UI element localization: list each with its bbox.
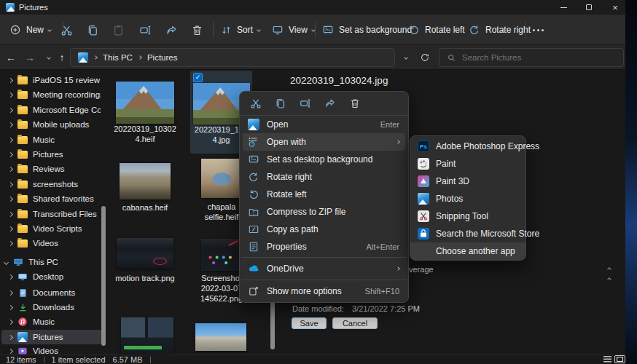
menu-item-copy-as-path[interactable]: Copy as path xyxy=(240,221,408,238)
breadcrumb-pictures[interactable]: Pictures xyxy=(147,53,178,62)
sidebar-item-documents[interactable]: Documents xyxy=(0,285,101,300)
paste-button[interactable] xyxy=(109,21,127,39)
copy-icon-button[interactable] xyxy=(272,95,289,112)
maximize-button[interactable] xyxy=(579,0,599,15)
expand-chevron-icon[interactable] xyxy=(8,290,13,295)
submenu-item-photos[interactable]: Photos xyxy=(410,190,525,207)
sidebar-item-screenshots[interactable]: screenshots xyxy=(0,177,101,191)
expand-chevron-icon[interactable] xyxy=(8,226,13,231)
menu-item-rotate-right[interactable]: Rotate right xyxy=(240,168,408,186)
expand-chevron-icon[interactable] xyxy=(8,334,13,339)
more-options-button[interactable] xyxy=(533,15,544,45)
sidebar-item-ipados[interactable]: iPadOS 15 review ben_fil xyxy=(0,73,101,87)
expand-chevron-icon[interactable] xyxy=(8,211,13,216)
submenu-item-photoshop-express[interactable]: Ps Adobe Photoshop Express xyxy=(410,138,525,155)
rotate-left-button[interactable]: Rotate left xyxy=(407,15,465,45)
menu-item-properties[interactable]: Properties Alt+Enter xyxy=(240,238,408,256)
cancel-button[interactable]: Cancel xyxy=(332,317,378,329)
expand-chevron-icon[interactable] xyxy=(8,151,13,157)
sidebar-item-shared-favorites[interactable]: Shared favorites xyxy=(0,191,101,206)
breadcrumb-this-pc[interactable]: This PC xyxy=(103,53,133,62)
minimize-button[interactable] xyxy=(553,0,574,15)
cut-button[interactable] xyxy=(58,21,75,39)
sidebar-item-transcribed-files[interactable]: Transcribed Files xyxy=(0,207,101,221)
expand-chevron-icon[interactable] xyxy=(8,348,13,353)
selection-checkbox[interactable]: ✓ xyxy=(193,73,203,82)
menu-item-open[interactable]: Open Enter xyxy=(240,116,408,133)
sidebar-item-mobile-uploads[interactable]: Mobile uploads xyxy=(0,117,101,132)
sidebar-item-pictures-folder[interactable]: Pictures xyxy=(0,147,101,162)
submenu-item-choose-another-app[interactable]: Choose another app xyxy=(410,242,525,260)
rotate-right-button[interactable]: Rotate right xyxy=(468,15,531,45)
expand-chevron-icon[interactable] xyxy=(8,107,13,112)
sort-button[interactable]: Sort xyxy=(219,15,260,45)
submenu-item-snipping-tool[interactable]: Snipping Tool xyxy=(410,207,525,225)
up-button[interactable]: ↑ xyxy=(52,45,71,70)
sidebar-item-meeting-recordings[interactable]: Meeting recordings xyxy=(0,87,101,102)
delete-icon-button[interactable] xyxy=(346,95,364,112)
menu-item-rotate-left[interactable]: Rotate left xyxy=(240,186,408,203)
section-chevron-icon[interactable] xyxy=(607,277,611,282)
file-tile-20220319-103024-heif[interactable]: 20220319_10302 4.heif xyxy=(114,82,176,144)
menu-item-onedrive[interactable]: OneDrive xyxy=(240,259,408,278)
expand-chevron-icon[interactable] xyxy=(8,240,13,245)
sidebar-item-music-folder[interactable]: Music xyxy=(0,132,101,147)
breadcrumb[interactable]: This PC Pictures xyxy=(70,48,395,67)
thumbnail-view-toggle-active[interactable] xyxy=(614,355,625,363)
back-button[interactable]: ← xyxy=(1,45,20,70)
submenu-item-search-microsoft-store[interactable]: Search the Microsoft Store xyxy=(410,225,525,242)
file-tile-street-photo[interactable] xyxy=(195,323,247,351)
sidebar-item-this-pc[interactable]: This PC xyxy=(0,255,101,269)
file-tile-video-editor[interactable] xyxy=(120,317,174,354)
set-as-background-button[interactable]: Set as background xyxy=(321,15,412,45)
sidebar-scrollbar[interactable] xyxy=(101,206,106,346)
expand-chevron-icon[interactable] xyxy=(8,304,13,309)
sidebar-item-video-scripts[interactable]: Video Scripts xyxy=(0,221,101,236)
expand-chevron-icon[interactable] xyxy=(8,319,13,324)
delete-button[interactable] xyxy=(188,21,206,39)
submenu-item-paint-3d[interactable]: Paint 3D xyxy=(410,173,525,190)
view-button[interactable]: View xyxy=(271,15,315,45)
sidebar-item-label: This PC xyxy=(28,258,58,266)
expand-chevron-icon[interactable] xyxy=(8,92,13,97)
sidebar-item-downloads[interactable]: Downloads xyxy=(0,300,101,314)
sidebar-item-music[interactable]: Music xyxy=(0,314,101,329)
file-tile-cabanas[interactable]: cabanas.heif xyxy=(117,163,173,213)
expand-chevron-icon[interactable] xyxy=(8,196,13,201)
cut-icon-button[interactable] xyxy=(247,95,265,112)
share-button[interactable] xyxy=(163,21,180,39)
menu-item-set-desktop-background[interactable]: Set as desktop background xyxy=(240,151,408,168)
save-button[interactable]: Save xyxy=(292,317,327,329)
menu-item-open-with[interactable]: Open with xyxy=(243,133,405,151)
submenu-item-paint[interactable]: Paint xyxy=(410,155,525,173)
collapse-chevron-icon[interactable] xyxy=(4,259,9,264)
sidebar-item-reviews[interactable]: Reviews xyxy=(0,162,101,176)
search-box[interactable] xyxy=(439,48,624,67)
copy-button[interactable] xyxy=(84,21,101,39)
expand-chevron-icon[interactable] xyxy=(8,274,13,279)
expand-chevron-icon[interactable] xyxy=(8,77,13,82)
forward-button[interactable]: → xyxy=(20,45,39,70)
expand-chevron-icon[interactable] xyxy=(8,137,13,142)
sidebar-item-videos-folder[interactable]: Videos xyxy=(0,236,101,250)
details-view-toggle[interactable] xyxy=(602,355,613,363)
section-chevron-icon[interactable] xyxy=(607,267,611,272)
chevron-down-icon xyxy=(404,55,408,60)
sidebar-item-desktop[interactable]: Desktop xyxy=(0,269,101,284)
expand-chevron-icon[interactable] xyxy=(8,166,13,171)
menu-item-compress-zip[interactable]: Compress to ZIP file xyxy=(240,203,408,221)
share-icon-button[interactable] xyxy=(321,95,339,112)
search-input[interactable] xyxy=(462,53,601,62)
sidebar-item-pictures-selected[interactable]: Pictures xyxy=(1,330,102,344)
rename-icon-button[interactable] xyxy=(297,95,314,112)
expand-chevron-icon[interactable] xyxy=(8,122,13,127)
refresh-button[interactable] xyxy=(415,45,434,70)
new-button[interactable]: New xyxy=(9,15,51,45)
sidebar-item-edge-collections[interactable]: Microsoft Edge Collectio xyxy=(0,103,101,117)
menu-item-show-more-options[interactable]: Show more options Shift+F10 xyxy=(240,282,408,301)
expand-chevron-icon[interactable] xyxy=(8,181,13,186)
close-button[interactable]: × xyxy=(605,0,625,15)
address-dropdown-button[interactable] xyxy=(396,45,415,70)
file-tile-motion-track[interactable]: motion track.png xyxy=(114,238,176,283)
rename-button[interactable] xyxy=(136,21,154,39)
